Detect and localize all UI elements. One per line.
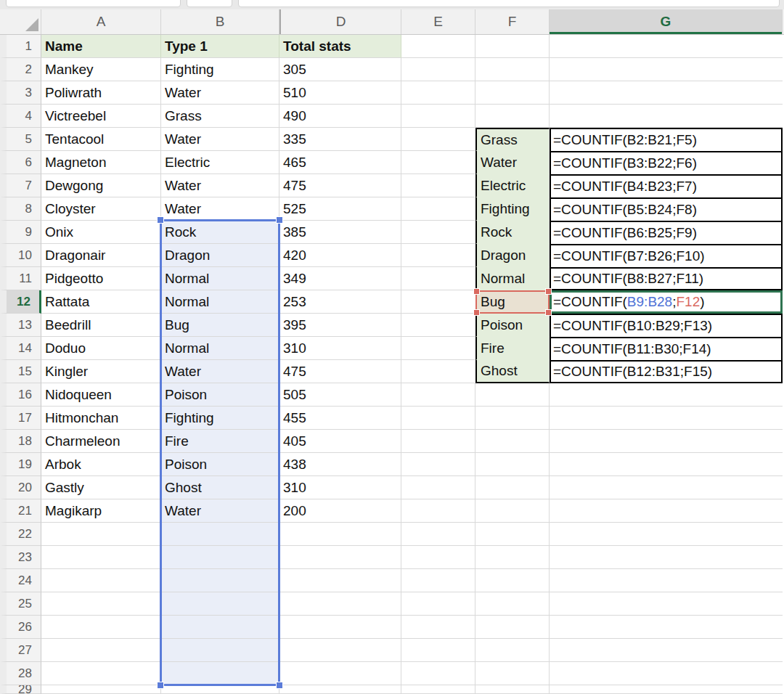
selection-handle-top-left[interactable] xyxy=(157,216,164,224)
selection-handle-bottom-left[interactable] xyxy=(157,682,164,689)
cell-A9[interactable]: Onix xyxy=(41,221,161,244)
cell-B9[interactable]: Rock xyxy=(161,221,279,244)
cell-G19[interactable] xyxy=(550,453,783,476)
cell-G22[interactable] xyxy=(550,523,783,546)
formula-bar-buttons[interactable] xyxy=(187,0,232,7)
cell-G6[interactable]: =COUNTIF(B3:B22;F6) xyxy=(550,151,783,174)
cell-B11[interactable]: Normal xyxy=(161,267,279,290)
cell-D3[interactable]: 510 xyxy=(279,81,401,105)
cell-F17[interactable] xyxy=(475,407,550,430)
ref-handle-bottom-left[interactable] xyxy=(473,309,480,316)
cell-E25[interactable] xyxy=(401,592,475,616)
cell-F27[interactable] xyxy=(475,639,550,662)
cell-F23[interactable] xyxy=(475,546,550,569)
cell-F24[interactable] xyxy=(475,569,550,592)
cell-D16[interactable]: 505 xyxy=(279,383,401,407)
row-header-27[interactable]: 27 xyxy=(0,639,41,662)
cell-E7[interactable] xyxy=(401,174,475,197)
row-header-13[interactable]: 13 xyxy=(0,314,41,337)
cell-E23[interactable] xyxy=(401,546,475,569)
cell-F19[interactable] xyxy=(475,453,550,476)
cell-E11[interactable] xyxy=(401,267,475,290)
cell-F8[interactable]: Fighting xyxy=(475,197,550,221)
cell-F4[interactable] xyxy=(475,105,550,128)
row-header-23[interactable]: 23 xyxy=(0,546,41,569)
cell-B2[interactable]: Fighting xyxy=(161,58,279,81)
cell-F18[interactable] xyxy=(475,430,550,453)
cell-G7[interactable]: =COUNTIF(B4:B23;F7) xyxy=(550,174,783,197)
cell-A11[interactable]: Pidgeotto xyxy=(41,267,161,290)
row-header-6[interactable]: 6 xyxy=(0,151,41,174)
cell-E8[interactable] xyxy=(401,197,475,221)
cell-E16[interactable] xyxy=(401,383,475,407)
row-header-20[interactable]: 20 xyxy=(0,476,41,499)
cell-B3[interactable]: Water xyxy=(161,81,279,105)
cell-D28[interactable] xyxy=(279,662,401,685)
cell-A10[interactable]: Dragonair xyxy=(41,244,161,267)
column-header-B[interactable]: B xyxy=(161,9,279,34)
ref-handle-top-left[interactable] xyxy=(473,288,480,295)
cell-D15[interactable]: 475 xyxy=(279,360,401,383)
cell-F3[interactable] xyxy=(475,81,550,105)
cell-G4[interactable] xyxy=(550,105,783,128)
cell-E4[interactable] xyxy=(401,105,475,128)
cell-B1[interactable]: Type 1 xyxy=(161,35,279,58)
cell-G5[interactable]: =COUNTIF(B2:B21;F5) xyxy=(550,128,783,151)
cell-E20[interactable] xyxy=(401,476,475,499)
cell-A17[interactable]: Hitmonchan xyxy=(41,407,161,430)
cell-A27[interactable] xyxy=(41,639,161,662)
cell-F15[interactable]: Ghost xyxy=(475,360,550,383)
cell-D8[interactable]: 525 xyxy=(279,197,401,221)
cell-E27[interactable] xyxy=(401,639,475,662)
cell-A5[interactable]: Tentacool xyxy=(41,128,161,151)
row-header-1[interactable]: 1 xyxy=(0,35,41,58)
cell-G2[interactable] xyxy=(550,58,783,81)
cell-A20[interactable]: Gastly xyxy=(41,476,161,499)
row-header-2[interactable]: 2 xyxy=(0,58,41,81)
cell-F2[interactable] xyxy=(475,58,550,81)
row-header-14[interactable]: 14 xyxy=(0,337,41,360)
cell-A6[interactable]: Magneton xyxy=(41,151,161,174)
row-header-10[interactable]: 10 xyxy=(0,244,41,267)
row-header-22[interactable]: 22 xyxy=(0,523,41,546)
cell-D9[interactable]: 385 xyxy=(279,221,401,244)
cell-G23[interactable] xyxy=(550,546,783,569)
cell-A15[interactable]: Kingler xyxy=(41,360,161,383)
cell-A13[interactable]: Beedrill xyxy=(41,314,161,337)
cell-A19[interactable]: Arbok xyxy=(41,453,161,476)
cell-G12-active-formula[interactable]: =COUNTIF(B9:B28;F12) xyxy=(550,290,783,314)
cell-B15[interactable]: Water xyxy=(161,360,279,383)
name-box[interactable] xyxy=(6,0,181,7)
cell-A8[interactable]: Cloyster xyxy=(41,197,161,221)
cell-D18[interactable]: 405 xyxy=(279,430,401,453)
cell-E18[interactable] xyxy=(401,430,475,453)
cell-E29[interactable] xyxy=(401,685,475,694)
cell-B29[interactable] xyxy=(161,685,279,694)
cell-F10[interactable]: Dragon xyxy=(475,244,550,267)
cell-G15[interactable]: =COUNTIF(B12:B31;F15) xyxy=(550,360,783,383)
cell-B19[interactable]: Poison xyxy=(161,453,279,476)
cell-E26[interactable] xyxy=(401,616,475,639)
cell-G10[interactable]: =COUNTIF(B7:B26;F10) xyxy=(550,244,783,267)
cell-F25[interactable] xyxy=(475,592,550,616)
cell-B18[interactable]: Fire xyxy=(161,430,279,453)
cell-B12[interactable]: Normal xyxy=(161,290,279,314)
cell-E14[interactable] xyxy=(401,337,475,360)
cell-D26[interactable] xyxy=(279,616,401,639)
cell-E12[interactable] xyxy=(401,290,475,314)
cell-B24[interactable] xyxy=(161,569,279,592)
cell-G17[interactable] xyxy=(550,407,783,430)
row-header-16[interactable]: 16 xyxy=(0,383,41,407)
cell-D24[interactable] xyxy=(279,569,401,592)
cell-E28[interactable] xyxy=(401,662,475,685)
cell-D10[interactable]: 420 xyxy=(279,244,401,267)
cell-G29[interactable] xyxy=(550,685,783,694)
cell-F16[interactable] xyxy=(475,383,550,407)
cell-E19[interactable] xyxy=(401,453,475,476)
cell-A7[interactable]: Dewgong xyxy=(41,174,161,197)
cell-A26[interactable] xyxy=(41,616,161,639)
cell-F14[interactable]: Fire xyxy=(475,337,550,360)
cell-E9[interactable] xyxy=(401,221,475,244)
cell-F29[interactable] xyxy=(475,685,550,694)
cell-E22[interactable] xyxy=(401,523,475,546)
